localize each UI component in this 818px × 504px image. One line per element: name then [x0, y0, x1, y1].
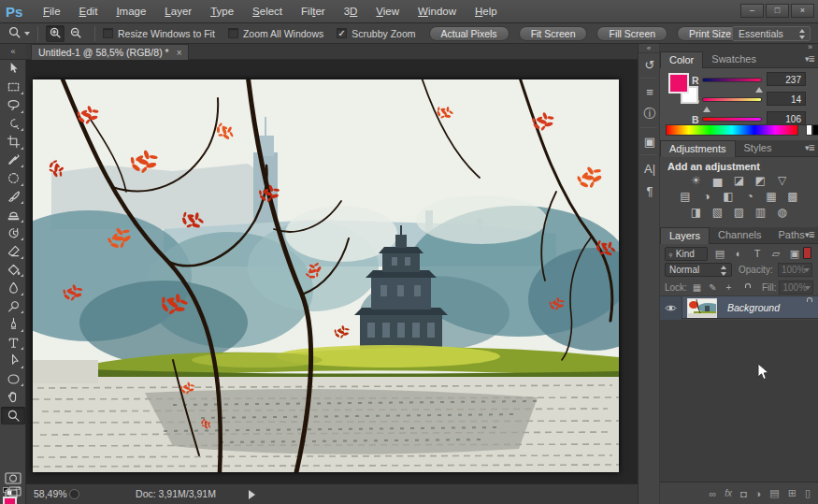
gradient-tool[interactable] — [1, 261, 25, 280]
black-white-adjustment-icon[interactable]: ◧ — [721, 190, 736, 204]
channel-value-field[interactable]: 14 — [767, 92, 806, 106]
spectrum-white-swatch[interactable] — [806, 124, 812, 136]
layer-visibility-toggle[interactable] — [660, 296, 682, 320]
expand-dock-button[interactable]: « — [639, 44, 659, 53]
menu-file[interactable]: File — [34, 6, 70, 17]
filter-smart-objects-icon[interactable]: ▣ — [788, 247, 801, 260]
eyedropper-tool[interactable] — [1, 151, 25, 170]
active-tool-icon[interactable] — [7, 25, 30, 41]
menu-window[interactable]: Window — [409, 6, 466, 17]
layer-row-background[interactable]: Background — [660, 295, 818, 319]
selective-color-adjustment-icon[interactable]: ◍ — [775, 206, 790, 220]
paragraph-panel-icon[interactable]: ¶ — [639, 180, 661, 202]
spectrum-black-swatch[interactable] — [812, 124, 818, 136]
levels-adjustment-icon[interactable]: ▅ — [710, 174, 725, 188]
panel-menu-icon[interactable]: ▾≣ — [805, 230, 814, 239]
workspace-switcher[interactable]: Essentials — [732, 26, 811, 41]
zoom-all-windows-checkbox[interactable]: Zoom All Windows — [228, 28, 323, 39]
hand-tool[interactable] — [1, 388, 25, 407]
clone-stamp-tool[interactable] — [1, 206, 25, 224]
checkbox[interactable] — [228, 28, 238, 38]
crop-tool[interactable] — [1, 133, 25, 151]
menu-filter[interactable]: Filter — [292, 6, 335, 17]
marquee-tool[interactable] — [1, 79, 25, 97]
zoom-level-field[interactable]: 58,49% — [34, 488, 67, 499]
panel-menu-icon[interactable]: ▾≣ — [805, 143, 814, 152]
color-balance-adjustment-icon[interactable]: ◑ — [699, 190, 714, 204]
blur-tool[interactable] — [1, 279, 25, 297]
channel-slider[interactable] — [702, 97, 762, 102]
link-layers-button[interactable]: ∞ — [709, 488, 716, 499]
panel-menu-icon[interactable]: ▾≣ — [805, 54, 814, 64]
quick-mask-button[interactable] — [4, 471, 22, 484]
pen-tool[interactable] — [1, 315, 25, 334]
hue-saturation-adjustment-icon[interactable]: ▤ — [678, 190, 693, 204]
filter-adjustment-layers-icon[interactable]: ◐ — [732, 247, 745, 260]
tab-color[interactable]: Color — [660, 51, 703, 68]
add-layer-mask-button[interactable]: ◘ — [740, 488, 747, 499]
opacity-value[interactable]: 100% — [778, 263, 812, 277]
resize-windows-checkbox[interactable]: Resize Windows to Fit — [103, 28, 215, 39]
spot-healing-tool[interactable] — [1, 169, 25, 188]
doc-size-readout[interactable]: Doc: 3,91M/3,91M — [115, 488, 237, 499]
zoom-in-button[interactable] — [46, 25, 65, 42]
channel-slider[interactable] — [702, 117, 762, 122]
move-tool[interactable] — [1, 60, 25, 79]
menu-edit[interactable]: Edit — [70, 6, 108, 17]
lock-image-pixels-icon[interactable]: ✎ — [707, 282, 719, 293]
shape-ellipse-tool[interactable] — [1, 370, 25, 389]
status-menu-arrow-icon[interactable] — [249, 490, 255, 499]
curves-adjustment-icon[interactable]: ◪ — [732, 174, 747, 188]
new-layer-button[interactable]: ⊞ — [788, 487, 796, 499]
background-layer-thumbnail[interactable] — [687, 298, 717, 318]
tab-channels[interactable]: Channels — [710, 227, 769, 244]
color-spectrum-ramp[interactable] — [666, 124, 798, 136]
filter-shape-layers-icon[interactable]: ▱ — [769, 247, 782, 260]
color-lookup-adjustment-icon[interactable]: ▩ — [785, 190, 800, 204]
tab-swatches[interactable]: Swatches — [703, 51, 765, 68]
lock-position-icon[interactable]: + — [723, 282, 735, 293]
tab-layers[interactable]: Layers — [660, 227, 710, 244]
slider-thumb[interactable] — [703, 107, 710, 112]
collapse-dock-button[interactable]: » — [808, 42, 812, 51]
minimize-button[interactable]: – — [740, 4, 764, 18]
fill-value[interactable]: 100% — [779, 281, 813, 295]
posterize-adjustment-icon[interactable]: ▧ — [710, 206, 725, 220]
layer-filter-kind-dropdown[interactable]: ⌕ Kind — [665, 247, 708, 261]
close-button[interactable]: × — [791, 4, 814, 18]
exposure-adjustment-icon[interactable]: ◩ — [753, 174, 768, 188]
delete-layer-button[interactable]: ▯ — [805, 487, 811, 499]
path-selection-tool[interactable] — [1, 352, 25, 370]
menu-type[interactable]: Type — [201, 6, 243, 17]
close-tab-icon[interactable]: × — [177, 48, 182, 58]
menu-3d[interactable]: 3D — [335, 6, 367, 17]
canvas-artwork[interactable] — [33, 79, 619, 472]
lock-transparent-pixels-icon[interactable]: ▦ — [691, 282, 703, 293]
foreground-color-swatch[interactable] — [3, 497, 17, 504]
filter-pixel-layers-icon[interactable]: ▤ — [713, 247, 726, 260]
history-panel-icon[interactable]: ↺ — [639, 53, 661, 76]
channel-slider[interactable] — [702, 78, 762, 82]
menu-view[interactable]: View — [366, 6, 409, 17]
eraser-tool[interactable] — [1, 242, 25, 261]
channel-mixer-adjustment-icon[interactable]: ▦ — [764, 190, 779, 204]
layer-name[interactable]: Background — [727, 302, 780, 313]
brightness-contrast-adjustment-icon[interactable]: ☀ — [689, 174, 704, 188]
brush-tool[interactable] — [1, 188, 25, 207]
toolbar-collapse-header[interactable]: « — [0, 44, 26, 60]
info-panel-icon[interactable]: ⓘ — [639, 103, 661, 125]
threshold-adjustment-icon[interactable]: ▨ — [732, 206, 747, 220]
new-group-button[interactable]: ▤ — [769, 487, 779, 499]
menu-layer[interactable]: Layer — [155, 6, 201, 17]
checkbox[interactable] — [103, 28, 113, 38]
menu-select[interactable]: Select — [243, 6, 292, 17]
new-adjustment-layer-button[interactable]: ◑ — [755, 488, 762, 499]
vibrance-adjustment-icon[interactable]: ▽ — [775, 174, 790, 188]
invert-adjustment-icon[interactable]: ◨ — [689, 206, 704, 220]
zoom-out-button[interactable] — [66, 25, 85, 42]
layers-empty-area[interactable] — [660, 320, 818, 504]
checkbox-checked[interactable]: ✓ — [337, 28, 347, 38]
slider-thumb[interactable] — [755, 87, 763, 93]
channel-value-field[interactable]: 106 — [767, 111, 806, 125]
filter-type-layers-icon[interactable]: T — [751, 247, 764, 260]
